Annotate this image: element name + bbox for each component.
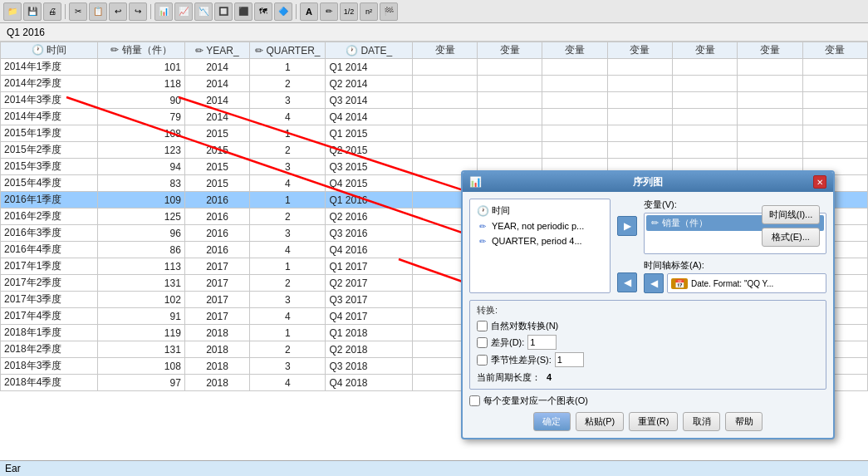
table-cell[interactable] [607,76,672,92]
table-cell[interactable]: 2014 [184,92,249,109]
table-cell[interactable] [802,142,867,159]
table-cell[interactable] [802,76,867,92]
ok-button[interactable]: 确定 [533,412,571,431]
table-cell[interactable] [478,76,542,92]
table-cell[interactable]: 4 [250,109,326,125]
table-cell[interactable]: 2 [250,209,326,225]
col-header-var5[interactable]: 变量 [673,42,738,59]
table-cell[interactable] [542,109,607,125]
one-chart-checkbox[interactable] [469,395,480,406]
table-cell[interactable]: 79 [98,109,184,125]
table-cell[interactable]: 2 [250,142,326,159]
table-cell[interactable]: 2 [250,275,326,292]
table-cell[interactable]: 91 [98,308,184,325]
list-item-quarter[interactable]: ✏ QUARTER, period 4... [473,233,606,248]
table-cell[interactable]: 2017年4季度 [1,308,98,325]
table-cell[interactable]: 2018 [184,358,249,375]
col-header-var7[interactable]: 变量 [802,42,867,59]
col-header-sales[interactable]: ✏ 销量（件） [98,42,184,59]
table-cell[interactable]: 2015年4季度 [1,175,98,192]
table-cell[interactable]: 3 [250,92,326,109]
table-row[interactable]: 2015年2季度12320152Q2 2015 [1,142,868,159]
col-header-var1[interactable]: 变量 [412,42,477,59]
toolbar-icon-redo[interactable]: ↪ [129,2,147,21]
table-cell[interactable]: 2 [250,341,326,358]
table-cell[interactable] [542,142,607,159]
col-header-time[interactable]: 🕐 🕐 时间 时间 [1,42,98,59]
table-cell[interactable]: 2016 [184,225,249,242]
table-cell[interactable] [478,109,542,125]
table-cell[interactable] [478,59,542,76]
arrow-right-button[interactable]: ▶ [617,216,637,236]
table-cell[interactable]: 97 [98,375,184,391]
table-cell[interactable] [802,109,867,125]
natural-log-checkbox[interactable] [477,321,488,331]
table-cell[interactable] [802,59,867,76]
table-cell[interactable]: Q4 2015 [326,175,412,192]
table-cell[interactable]: 131 [98,341,184,358]
table-cell[interactable] [673,76,738,92]
table-cell[interactable]: 2017 [184,308,249,325]
table-cell[interactable]: Q1 2016 [326,192,412,209]
table-row[interactable]: 2015年1季度10820151Q1 2015 [1,125,868,142]
col-header-var4[interactable]: 变量 [607,42,672,59]
table-cell[interactable]: 2017年1季度 [1,258,98,275]
table-cell[interactable]: 4 [250,308,326,325]
seasonal-value-input[interactable] [555,352,584,367]
toolbar-icon-text[interactable]: A [300,2,318,21]
table-cell[interactable]: 2014年1季度 [1,59,98,76]
table-cell[interactable]: Q4 2018 [326,375,412,391]
table-cell[interactable]: 2015 [184,142,249,159]
table-cell[interactable]: 96 [98,225,184,242]
arrow-left-button[interactable]: ◀ [617,272,637,292]
table-cell[interactable] [607,59,672,76]
table-cell[interactable]: 2018 [184,375,249,391]
table-cell[interactable]: 2016 [184,192,249,209]
table-cell[interactable]: 2016年3季度 [1,225,98,242]
table-cell[interactable]: 1 [250,59,326,76]
table-cell[interactable]: 108 [98,125,184,142]
table-cell[interactable]: 2014年4季度 [1,109,98,125]
table-cell[interactable] [738,125,802,142]
table-cell[interactable] [673,92,738,109]
table-cell[interactable]: 108 [98,358,184,375]
toolbar-icon-map[interactable]: 🗺 [254,2,272,21]
table-cell[interactable]: 2015 [184,159,249,175]
table-cell[interactable] [478,92,542,109]
table-cell[interactable]: Q4 2017 [326,308,412,325]
table-cell[interactable]: 2016 [184,209,249,225]
table-cell[interactable]: 113 [98,258,184,275]
table-cell[interactable]: Q3 2015 [326,159,412,175]
table-cell[interactable]: 2016 [184,242,249,258]
table-cell[interactable]: 94 [98,159,184,175]
toolbar-icon-new[interactable]: 📁 [3,2,22,21]
diff-value-input[interactable] [527,335,557,350]
table-cell[interactable]: Q3 2016 [326,225,412,242]
table-cell[interactable]: 2017 [184,258,249,275]
table-cell[interactable]: Q1 2018 [326,325,412,341]
table-cell[interactable] [673,142,738,159]
col-header-var3[interactable]: 变量 [542,42,607,59]
seasonal-checkbox[interactable] [477,355,488,366]
table-cell[interactable]: Q2 2018 [326,341,412,358]
table-cell[interactable]: Q4 2016 [326,242,412,258]
table-cell[interactable]: 125 [98,209,184,225]
toolbar-icon-undo[interactable]: ↩ [109,2,127,21]
toolbar-icon-chart2[interactable]: 📈 [174,2,193,21]
table-cell[interactable]: 86 [98,242,184,258]
table-cell[interactable]: 2014年2季度 [1,76,98,92]
toolbar-icon-calc2[interactable]: n² [360,2,378,21]
toolbar-icon-chart3[interactable]: 📉 [194,2,213,21]
col-header-var6[interactable]: 变量 [738,42,802,59]
table-cell[interactable]: 131 [98,275,184,292]
table-cell[interactable] [542,76,607,92]
table-cell[interactable]: Q3 2018 [326,358,412,375]
help-button[interactable]: 帮助 [725,412,763,431]
table-cell[interactable]: 2014 [184,59,249,76]
table-cell[interactable]: 2016年2季度 [1,209,98,225]
toolbar-icon-flag[interactable]: 🏁 [380,2,398,21]
table-cell[interactable]: 2016年1季度 [1,192,98,209]
table-cell[interactable] [412,92,477,109]
table-cell[interactable]: 3 [250,292,326,308]
table-cell[interactable]: 1 [250,125,326,142]
